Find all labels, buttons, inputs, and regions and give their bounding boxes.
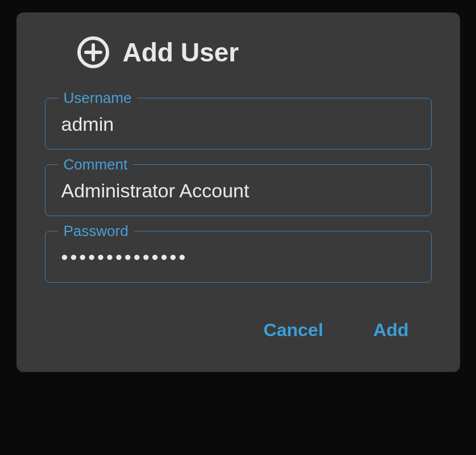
comment-label: Comment: [58, 156, 134, 173]
comment-field-group: Comment: [45, 164, 432, 216]
password-label: Password: [58, 222, 134, 240]
comment-input[interactable]: [61, 180, 415, 202]
dialog-actions: Cancel Add: [45, 317, 432, 344]
cancel-button[interactable]: Cancel: [258, 317, 329, 344]
username-label: Username: [58, 89, 138, 107]
dialog-title: Add User: [123, 37, 239, 68]
dialog-header: Add User: [76, 35, 432, 69]
password-field-group: Password: [45, 231, 432, 283]
add-button[interactable]: Add: [367, 317, 414, 344]
add-circle-icon: [76, 35, 110, 69]
password-input[interactable]: [61, 246, 415, 268]
add-user-dialog: Add User Username Comment Password Cance…: [16, 13, 460, 372]
username-input[interactable]: [61, 113, 415, 135]
username-field-group: Username: [45, 98, 432, 150]
